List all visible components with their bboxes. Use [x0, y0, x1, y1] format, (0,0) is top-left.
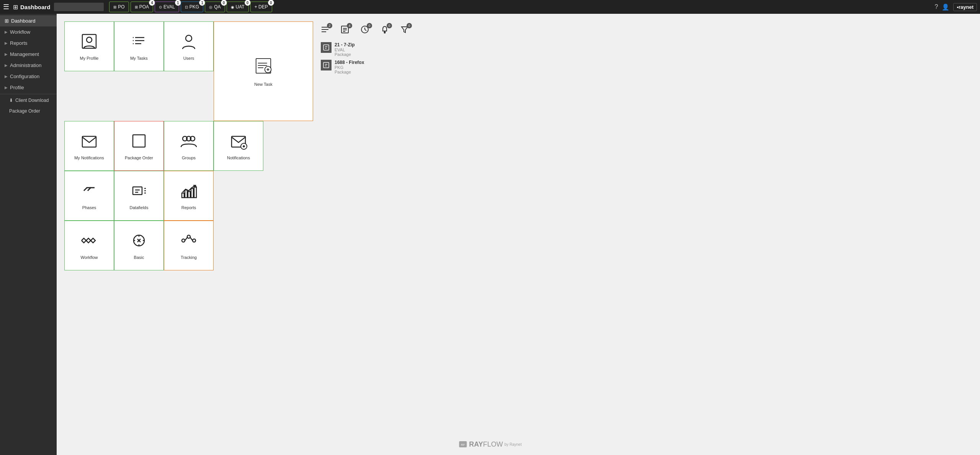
- tab-uat-badge: 0: [245, 0, 251, 6]
- panel-item-firefox-line2: Package: [335, 70, 364, 74]
- tab-poa[interactable]: ⊞ POA 4: [131, 2, 153, 12]
- search-input[interactable]: [54, 3, 104, 11]
- sidebar-item-configuration[interactable]: ▶ Configuration: [0, 71, 57, 82]
- tile-datafields-label: Datafields: [130, 205, 149, 210]
- my-notifications-icon: [80, 132, 98, 152]
- tile-new-task-label: New Task: [254, 82, 272, 87]
- list-alt-badge: 4: [347, 23, 352, 28]
- panel-icon-group-filter: 0: [400, 25, 409, 36]
- footer-sub: by Raynet: [505, 442, 522, 447]
- tile-notifications[interactable]: Notifications: [214, 121, 263, 171]
- grid-row-4: Workflow B: [64, 221, 313, 270]
- tile-my-profile-label: My Profile: [80, 56, 99, 61]
- sidebar-item-reports[interactable]: ▶ Reports: [0, 38, 57, 49]
- tile-my-tasks[interactable]: My Tasks: [114, 21, 164, 71]
- panel-items: 21 - 7-Zip EVAL Package 1688 -: [321, 42, 436, 74]
- sidebar-label-package-order: Package Order: [9, 108, 40, 114]
- list-alt-icon[interactable]: 4: [341, 25, 349, 36]
- sidebar-item-package-order[interactable]: Package Order: [0, 106, 57, 116]
- arrow-icon: ▶: [5, 63, 8, 67]
- svg-rect-17: [133, 135, 145, 147]
- tile-tracking-label: Tracking: [181, 255, 197, 260]
- footer-logo-icon: RF: [458, 440, 467, 449]
- footer-brand-ray: RAY: [469, 440, 483, 448]
- tile-datafields[interactable]: Datafields: [114, 171, 164, 221]
- sidebar-item-dashboard[interactable]: ⊞ Dashboard: [0, 15, 57, 26]
- tab-dep-label: + DEP: [255, 4, 268, 10]
- panel-item-firefox[interactable]: 1688 - Firefox PKG Package: [321, 60, 436, 74]
- tab-eval[interactable]: ⊙ EVAL 1: [155, 2, 179, 12]
- sidebar-item-management[interactable]: ▶ Management: [0, 49, 57, 60]
- tile-new-task[interactable]: New Task: [214, 21, 313, 121]
- panel-item-firefox-icon: [321, 60, 332, 70]
- panel-item-7zip[interactable]: 21 - 7-Zip EVAL Package: [321, 42, 436, 57]
- menu-icon[interactable]: ☰: [3, 3, 9, 11]
- tile-workflow-label: Workflow: [80, 255, 98, 260]
- tab-pkg-badge: 1: [199, 0, 205, 6]
- filter-icon[interactable]: 0: [400, 25, 409, 36]
- arrow-icon: ▶: [5, 41, 8, 45]
- tile-groups[interactable]: Groups: [164, 121, 214, 171]
- tile-my-profile[interactable]: My Profile: [64, 21, 114, 71]
- footer-brand: RAYFLOW: [469, 440, 503, 448]
- tile-phases[interactable]: Phases: [64, 171, 114, 221]
- list-badge: 2: [327, 23, 332, 28]
- tab-pkg[interactable]: ⊡ PKG 1: [181, 2, 203, 12]
- tile-package-order[interactable]: Package Order: [114, 121, 164, 171]
- tab-eval-label: EVAL: [163, 4, 175, 10]
- tab-po[interactable]: ⊞ PO: [109, 2, 129, 12]
- tab-uat[interactable]: ◉ UAT 0: [227, 2, 249, 12]
- arrow-icon: ▶: [5, 85, 8, 90]
- users-icon: [180, 32, 198, 53]
- svg-line-46: [185, 237, 187, 241]
- grid-row-2: My Notifications Package Order: [64, 121, 313, 171]
- svg-point-1: [87, 37, 92, 43]
- reports-icon: [180, 182, 198, 202]
- clock-badge: 0: [367, 23, 372, 28]
- notifications-icon: [229, 132, 248, 152]
- svg-rect-33: [188, 191, 190, 198]
- tile-users-label: Users: [183, 56, 194, 61]
- panel-item-firefox-line1: PKG: [335, 65, 364, 70]
- tile-tracking[interactable]: Tracking: [164, 221, 214, 270]
- package-order-icon: [130, 132, 148, 152]
- dashboard-icon: ⊞: [5, 18, 9, 24]
- tile-my-tasks-label: My Tasks: [130, 56, 148, 61]
- tile-users[interactable]: Users: [164, 21, 214, 71]
- sidebar-label-administration: Administration: [10, 62, 41, 68]
- sidebar: ⊞ Dashboard ▶ Workflow ▶ Reports ▶ Manag…: [0, 14, 57, 455]
- tab-pkg-label: PKG: [189, 4, 199, 10]
- phases-icon: [80, 182, 98, 202]
- sidebar-item-administration[interactable]: ▶ Administration: [0, 60, 57, 71]
- panel-icon-group-bell: 0: [381, 25, 389, 36]
- tab-eval-badge: 1: [175, 0, 181, 6]
- basic-icon: [130, 231, 148, 252]
- svg-point-8: [186, 35, 192, 41]
- download-icon: ⬇: [9, 98, 13, 103]
- panel-item-7zip-icon: [321, 42, 332, 53]
- tile-notifications-label: Notifications: [227, 155, 250, 160]
- tile-my-notifications[interactable]: My Notifications: [64, 121, 114, 171]
- tab-qa-label: QA: [214, 4, 220, 10]
- tile-reports[interactable]: Reports: [164, 171, 214, 221]
- tile-workflow[interactable]: Workflow: [64, 221, 114, 270]
- sidebar-item-profile[interactable]: ▶ Profile: [0, 82, 57, 93]
- tile-basic[interactable]: Basic: [114, 221, 164, 270]
- grid-row-3: Phases Datafields: [64, 171, 313, 221]
- clock-icon[interactable]: 0: [361, 25, 369, 36]
- footer-brand-flow: FLOW: [483, 440, 503, 448]
- brand-logo: •raynet: [953, 3, 977, 11]
- tab-dep[interactable]: + DEP 0: [250, 2, 272, 12]
- user-icon[interactable]: 👤: [942, 3, 949, 11]
- sidebar-label-configuration: Configuration: [10, 74, 39, 79]
- list-view-icon[interactable]: 2: [321, 25, 329, 36]
- panel-item-7zip-line2: Package: [335, 52, 355, 57]
- tab-qa[interactable]: ◎ QA 0: [205, 2, 225, 12]
- svg-line-47: [190, 237, 193, 241]
- bell-icon[interactable]: 0: [381, 25, 389, 36]
- svg-point-60: [384, 32, 385, 33]
- sidebar-item-workflow[interactable]: ▶ Workflow: [0, 26, 57, 38]
- sidebar-item-client-download[interactable]: ⬇ Client Download: [0, 95, 57, 106]
- help-icon[interactable]: ?: [935, 3, 938, 10]
- panel-icon-group-list-alt: 4: [341, 25, 349, 36]
